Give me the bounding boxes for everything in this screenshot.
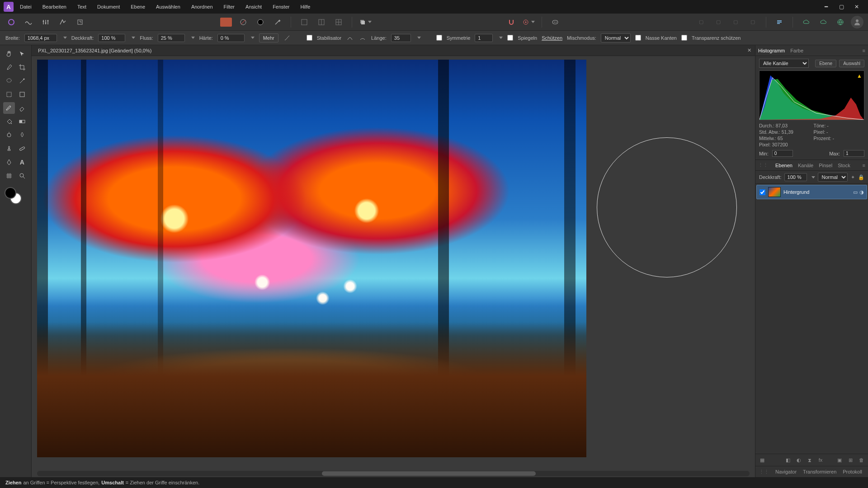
persona-develop-button[interactable] bbox=[39, 15, 52, 29]
tab-channels[interactable]: Kanäle bbox=[798, 163, 813, 168]
add-fx-button[interactable]: fx bbox=[816, 456, 825, 464]
menu-text[interactable]: Text bbox=[73, 2, 91, 11]
assistant-button[interactable] bbox=[773, 15, 786, 29]
layer-visibility-checkbox[interactable] bbox=[760, 189, 765, 195]
shape-tool[interactable] bbox=[16, 89, 28, 100]
tab-brushes[interactable]: Pinsel bbox=[819, 163, 832, 168]
healing-tool[interactable] bbox=[16, 143, 28, 155]
layer-row[interactable]: Hintergrund ▭ ◑ bbox=[756, 185, 867, 199]
rope-mode-button[interactable] bbox=[346, 34, 354, 42]
tab-navigator[interactable]: Navigator bbox=[775, 469, 797, 474]
tab-transform[interactable]: Transformieren bbox=[803, 469, 836, 474]
crop-tool[interactable] bbox=[16, 61, 28, 73]
pressure-toggle[interactable] bbox=[283, 34, 291, 42]
blend-mode-select[interactable]: Normal bbox=[601, 33, 631, 42]
menu-anordnen[interactable]: Anordnen bbox=[187, 2, 217, 11]
hardness-input[interactable] bbox=[217, 34, 245, 42]
layer-opacity-input[interactable] bbox=[784, 173, 807, 181]
symmetry-input[interactable] bbox=[475, 34, 493, 42]
dodge-tool[interactable] bbox=[3, 129, 15, 141]
text-tool[interactable]: A bbox=[16, 156, 28, 168]
mirror-checkbox[interactable] bbox=[507, 35, 513, 41]
stabilizer-checkbox[interactable] bbox=[307, 35, 312, 41]
tab-history[interactable]: Protokoll bbox=[843, 469, 862, 474]
menu-auswaehlen[interactable]: Auswählen bbox=[151, 2, 185, 11]
length-input[interactable] bbox=[391, 34, 411, 42]
horizontal-scrollbar[interactable] bbox=[37, 471, 750, 476]
gradient-tool[interactable] bbox=[16, 116, 28, 127]
hist-min-input[interactable] bbox=[772, 150, 793, 157]
persona-export-button[interactable] bbox=[73, 15, 87, 29]
erase-tool[interactable] bbox=[16, 102, 28, 114]
marquee-tool[interactable] bbox=[3, 89, 15, 100]
group-layers-button[interactable]: ▣ bbox=[835, 456, 844, 464]
mesh-tool[interactable] bbox=[3, 170, 15, 182]
menu-filter[interactable]: Filter bbox=[219, 2, 239, 11]
flood-select-tool[interactable] bbox=[16, 75, 28, 87]
histogram-selection-button[interactable]: Auswahl bbox=[839, 60, 864, 67]
snap-options-button[interactable] bbox=[522, 15, 535, 29]
color-swatch-button[interactable] bbox=[219, 15, 233, 29]
panel-menu-button[interactable]: ≡ bbox=[863, 48, 865, 53]
protect-alpha-checkbox[interactable] bbox=[681, 35, 687, 41]
menu-dokument[interactable]: Dokument bbox=[93, 2, 124, 11]
tab-histogram[interactable]: Histogramm bbox=[758, 48, 785, 53]
menu-hilfe[interactable]: Hilfe bbox=[296, 2, 315, 11]
delete-layer-button[interactable]: 🗑 bbox=[857, 456, 865, 464]
menu-fenster[interactable]: Fenster bbox=[268, 2, 294, 11]
layer-link-icon[interactable]: ◑ bbox=[859, 189, 864, 195]
width-input[interactable] bbox=[24, 34, 57, 42]
pen-tool[interactable] bbox=[3, 156, 15, 168]
chevron-down-icon[interactable] bbox=[251, 37, 255, 39]
layer-lock-icon[interactable]: ▭ bbox=[853, 189, 858, 195]
account-avatar[interactable] bbox=[851, 16, 863, 28]
align-left-button[interactable] bbox=[297, 15, 311, 29]
layer-thumbnail[interactable] bbox=[768, 187, 781, 197]
foreground-color-well[interactable] bbox=[5, 187, 16, 199]
menu-bearbeiten[interactable]: Bearbeiten bbox=[38, 2, 71, 11]
cloud-sync-button[interactable] bbox=[799, 15, 813, 29]
add-live-filter-button[interactable]: ⧗ bbox=[806, 456, 814, 464]
color-picker-tool[interactable] bbox=[3, 61, 15, 73]
menu-ansicht[interactable]: Ansicht bbox=[241, 2, 266, 11]
color-wells[interactable] bbox=[0, 187, 31, 208]
opacity-input[interactable] bbox=[98, 34, 125, 42]
scrollbar-thumb[interactable] bbox=[322, 471, 536, 476]
symmetry-checkbox[interactable] bbox=[436, 35, 442, 41]
canvas-image[interactable] bbox=[37, 60, 586, 457]
add-adjustment-button[interactable]: ◐ bbox=[795, 456, 803, 464]
histogram-layer-button[interactable]: Ebene bbox=[815, 60, 836, 67]
tab-color[interactable]: Farbe bbox=[790, 48, 803, 53]
layer-thumb-size-button[interactable]: ▦ bbox=[758, 456, 766, 464]
more-button[interactable]: Mehr bbox=[259, 33, 278, 42]
panel-drag-handle[interactable]: ⋮⋮ bbox=[759, 469, 769, 475]
move-tool[interactable] bbox=[16, 48, 28, 60]
chevron-down-icon[interactable] bbox=[811, 176, 815, 178]
cloud-settings-button[interactable] bbox=[816, 15, 830, 29]
paint-brush-tool[interactable] bbox=[3, 102, 15, 114]
selection-brush-tool[interactable] bbox=[3, 75, 15, 87]
tab-stock[interactable]: Stock bbox=[838, 163, 850, 168]
persona-tone-button[interactable] bbox=[56, 15, 70, 29]
arrange-dropdown[interactable] bbox=[359, 15, 372, 29]
add-mask-button[interactable]: ◧ bbox=[784, 456, 792, 464]
clone-tool[interactable] bbox=[3, 143, 15, 155]
add-layer-button[interactable]: ⊞ bbox=[846, 456, 854, 464]
flow-input[interactable] bbox=[158, 34, 185, 42]
window-mode-button[interactable] bbox=[359, 34, 367, 42]
panel-drag-handle[interactable]: ⋮⋮ bbox=[758, 162, 768, 168]
hand-tool[interactable] bbox=[3, 48, 15, 60]
window-close-button[interactable]: ✕ bbox=[849, 1, 864, 13]
document-tab-close[interactable]: ✕ bbox=[747, 47, 751, 53]
tab-layers[interactable]: Ebenen bbox=[775, 163, 793, 168]
cloud-status-button[interactable] bbox=[834, 15, 847, 29]
window-minimize-button[interactable]: ━ bbox=[818, 1, 834, 13]
quickmask-button[interactable] bbox=[548, 15, 562, 29]
smudge-tool[interactable] bbox=[16, 129, 28, 141]
document-tab[interactable]: PXL_20230127_135623241.jpg [Geändert] (5… bbox=[34, 45, 155, 56]
snapping-button[interactable] bbox=[505, 15, 518, 29]
fill-tool[interactable] bbox=[3, 116, 15, 127]
window-maximize-button[interactable]: ▢ bbox=[834, 1, 849, 13]
chevron-down-icon[interactable] bbox=[132, 37, 135, 39]
panel-menu-button[interactable]: ≡ bbox=[863, 163, 865, 168]
